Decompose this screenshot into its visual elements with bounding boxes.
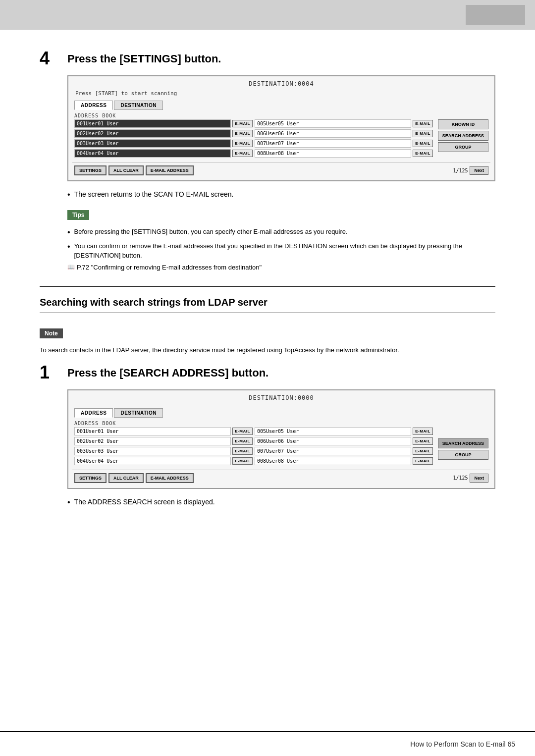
all-clear-button-2[interactable]: ALL CLEAR [108, 473, 144, 483]
email-badge: E-MAIL [413, 130, 433, 137]
table-row: 008User08 User E-MAIL [255, 457, 433, 465]
bottom-bar: How to Perform Scan to E-mail 65 [0, 731, 535, 756]
search-address-button-2[interactable]: SEARCH ADDRESS [438, 438, 488, 448]
bullet-text-1: The screen returns to the SCAN TO E-MAIL… [74, 189, 234, 200]
group-button-2[interactable]: GROUP [438, 450, 488, 460]
tip1-text: Before pressing the [SETTINGS] button, y… [74, 227, 348, 237]
top-bar [0, 0, 535, 30]
table-row: 002User02 User E-MAIL [74, 437, 253, 445]
search-section-rule [40, 312, 495, 313]
email-badge: E-MAIL [232, 437, 253, 445]
table-row: 008User08 User E-MAIL [255, 149, 433, 158]
address-name[interactable]: 007User07 User [255, 447, 411, 455]
address-name[interactable]: 001User01 User [74, 119, 231, 128]
address-name[interactable]: 006User06 User [255, 129, 411, 138]
known-id-button[interactable]: KNOWN ID [438, 119, 488, 129]
tab-destination-2[interactable]: DESTINATION [114, 408, 163, 418]
address-name[interactable]: 008User08 User [255, 149, 411, 158]
screen1-left-list: 001User01 User E-MAIL 002User02 User E-M… [74, 119, 253, 159]
address-name[interactable]: 003User03 User [74, 447, 231, 455]
next-button-2[interactable]: Next [470, 474, 488, 483]
bullet-dot: • [67, 227, 70, 238]
address-name[interactable]: 002User02 User [74, 437, 231, 445]
tab-address-1[interactable]: ADDRESS [74, 101, 113, 110]
main-content: 4 Press the [SETTINGS] button. DESTINATI… [0, 30, 535, 541]
table-row: 007User07 User E-MAIL [255, 139, 433, 148]
address-name[interactable]: 005User05 User [255, 427, 411, 435]
email-badge: E-MAIL [232, 130, 253, 137]
screen2-address-area: 001User01 User E-MAIL 002User02 User E-M… [72, 427, 490, 467]
screen2-bottom-bar: SETTINGS ALL CLEAR E-MAIL ADDRESS 1/125 … [72, 470, 490, 484]
tip2: • You can confirm or remove the E-mail a… [67, 241, 495, 261]
screen1-address-area: 001User01 User E-MAIL 002User02 User E-M… [72, 119, 490, 159]
email-badge: E-MAIL [413, 457, 433, 465]
all-clear-button-1[interactable]: ALL CLEAR [108, 165, 144, 175]
table-row: 004User04 User E-MAIL [74, 149, 253, 158]
settings-button-2[interactable]: SETTINGS [74, 473, 107, 483]
note-text: To search contacts in the LDAP server, t… [40, 345, 495, 356]
address-name[interactable]: 007User07 User [255, 139, 411, 148]
bullet-dot: • [67, 497, 70, 508]
screen1-right-list: 005User05 User E-MAIL 006User06 User E-M… [255, 119, 433, 159]
table-row: 001User01 User E-MAIL [74, 119, 253, 128]
email-badge: E-MAIL [232, 140, 253, 147]
email-address-button-2[interactable]: E-MAIL ADDRESS [146, 473, 194, 483]
email-badge: E-MAIL [413, 120, 433, 127]
ref-line: 📖 P.72 "Confirming or removing E-mail ad… [67, 264, 495, 271]
tip1: • Before pressing the [SETTINGS] button,… [67, 227, 495, 238]
email-badge: E-MAIL [413, 428, 433, 435]
email-badge: E-MAIL [232, 150, 253, 157]
address-name[interactable]: 005User05 User [255, 119, 411, 128]
next-button-1[interactable]: Next [470, 166, 488, 175]
section1-heading: 1 Press the [SEARCH ADDRESS] button. [40, 364, 495, 381]
table-row: 003User03 User E-MAIL [74, 139, 253, 148]
email-badge: E-MAIL [413, 447, 433, 455]
email-badge: E-MAIL [413, 150, 433, 157]
tips-box: Tips [67, 210, 89, 220]
bullet-dot: • [67, 241, 70, 252]
table-row: 007User07 User E-MAIL [255, 447, 433, 455]
step1-number: 1 [40, 364, 59, 381]
step1-title: Press the [SEARCH ADDRESS] button. [67, 364, 268, 379]
address-name[interactable]: 001User01 User [74, 427, 231, 435]
screen1-subtitle: Press [START] to start scanning [72, 89, 490, 98]
screen2-left-list: 001User01 User E-MAIL 002User02 User E-M… [74, 427, 253, 467]
group-button-1[interactable]: GROUP [438, 142, 488, 152]
screen1-title: DESTINATION:0004 [72, 80, 490, 87]
table-row: 004User04 User E-MAIL [74, 457, 253, 465]
tab-address-2[interactable]: ADDRESS [74, 408, 113, 418]
table-row: 005User05 User E-MAIL [255, 119, 433, 128]
table-row: 003User03 User E-MAIL [74, 447, 253, 455]
email-badge: E-MAIL [413, 140, 433, 147]
screen1-bottom-bar: SETTINGS ALL CLEAR E-MAIL ADDRESS 1/125 … [72, 162, 490, 176]
search-address-button-1[interactable]: SEARCH ADDRESS [438, 131, 488, 141]
email-address-button-1[interactable]: E-MAIL ADDRESS [146, 165, 194, 175]
screen2-tabs: ADDRESS DESTINATION [72, 408, 490, 418]
bullet-text-2: The ADDRESS SEARCH screen is displayed. [74, 497, 215, 507]
address-name[interactable]: 004User04 User [74, 457, 231, 465]
email-badge: E-MAIL [232, 120, 253, 127]
bottom-bar-text: How to Perform Scan to E-mail 65 [410, 740, 515, 748]
tab-destination-1[interactable]: DESTINATION [114, 101, 163, 110]
table-row: 001User01 User E-MAIL [74, 427, 253, 435]
address-name[interactable]: 008User08 User [255, 457, 411, 465]
ref-text: P.72 "Confirming or removing E-mail addr… [77, 264, 262, 271]
step4-title: Press the [SETTINGS] button. [67, 50, 221, 65]
screen1-side-buttons: KNOWN ID SEARCH ADDRESS GROUP [435, 119, 488, 159]
settings-button-1[interactable]: SETTINGS [74, 165, 107, 175]
book-icon: 📖 [67, 264, 75, 270]
screen2-side-buttons: KNOWN ID SEARCH ADDRESS GROUP [435, 427, 488, 467]
table-row: 005User05 User E-MAIL [255, 427, 433, 435]
address-name[interactable]: 004User04 User [74, 149, 231, 158]
screen1-tabs: ADDRESS DESTINATION [72, 101, 490, 110]
screen2-right-list: 005User05 User E-MAIL 006User06 User E-M… [255, 427, 433, 467]
address-name[interactable]: 006User06 User [255, 437, 411, 445]
screen-mockup-2: DESTINATION:0000 ADDRESS DESTINATION ADD… [67, 389, 495, 489]
screen-mockup-1: DESTINATION:0004 Press [START] to start … [67, 75, 495, 181]
email-badge: E-MAIL [232, 428, 253, 435]
address-name[interactable]: 003User03 User [74, 139, 231, 148]
page-num-1: 1/125 [453, 168, 468, 173]
note-box: Note [40, 328, 63, 338]
address-name[interactable]: 002User02 User [74, 129, 231, 138]
table-row: 002User02 User E-MAIL [74, 129, 253, 138]
